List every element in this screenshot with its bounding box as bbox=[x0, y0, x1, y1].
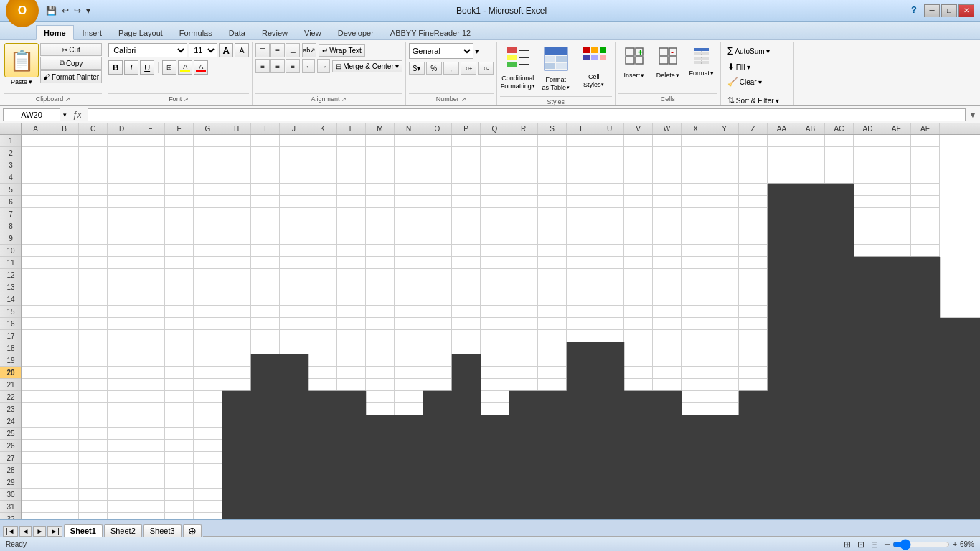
cell-r24-c8[interactable] bbox=[222, 415, 251, 428]
cell-r22-c16[interactable] bbox=[452, 391, 481, 403]
cell-r25-c9[interactable] bbox=[251, 428, 280, 440]
cell-r2-c12[interactable] bbox=[337, 147, 366, 159]
cell-r32-c9[interactable] bbox=[251, 513, 280, 519]
cell-r24-c32[interactable] bbox=[911, 415, 940, 428]
cell-r21-c29[interactable] bbox=[825, 379, 854, 391]
cell-r22-c3[interactable] bbox=[79, 391, 108, 403]
cell-r11-c15[interactable] bbox=[423, 257, 452, 269]
cell-r9-c24[interactable] bbox=[682, 232, 710, 245]
cell-r27-c17[interactable] bbox=[481, 452, 509, 464]
cell-r25-c24[interactable] bbox=[682, 428, 710, 440]
cell-r1-c16[interactable] bbox=[452, 135, 481, 147]
cell-r32-c11[interactable] bbox=[308, 513, 337, 519]
cell-r28-c21[interactable] bbox=[595, 464, 624, 476]
cell-r31-c5[interactable] bbox=[136, 501, 165, 513]
cell-r28-c20[interactable] bbox=[567, 464, 595, 476]
cell-r31-c24[interactable] bbox=[682, 501, 710, 513]
cell-r22-c1[interactable] bbox=[22, 391, 50, 403]
cell-r11-c17[interactable] bbox=[481, 257, 509, 269]
cell-r3-c3[interactable] bbox=[79, 159, 108, 171]
cell-r16-c6[interactable] bbox=[165, 318, 194, 330]
cell-r13-c4[interactable] bbox=[108, 281, 136, 293]
cell-r5-c12[interactable] bbox=[337, 184, 366, 196]
cell-r31-c7[interactable] bbox=[194, 501, 222, 513]
cell-r20-c8[interactable] bbox=[222, 367, 251, 379]
cell-r26-c15[interactable] bbox=[423, 440, 452, 452]
cell-r13-c24[interactable] bbox=[682, 281, 710, 293]
cell-r10-c32[interactable] bbox=[911, 245, 940, 257]
cell-r19-c23[interactable] bbox=[653, 354, 682, 367]
cell-r30-c28[interactable] bbox=[796, 489, 825, 501]
cell-r1-c14[interactable] bbox=[395, 135, 423, 147]
cell-r26-c14[interactable] bbox=[395, 440, 423, 452]
cell-r21-c1[interactable] bbox=[22, 379, 50, 391]
cell-r7-c21[interactable] bbox=[595, 208, 624, 220]
cell-r32-c21[interactable] bbox=[595, 513, 624, 519]
col-header-M[interactable]: M bbox=[366, 123, 395, 134]
cell-r27-c10[interactable] bbox=[280, 452, 308, 464]
cell-r27-c22[interactable] bbox=[624, 452, 653, 464]
cell-r31-c20[interactable] bbox=[567, 501, 595, 513]
cell-r21-c11[interactable] bbox=[308, 379, 337, 391]
cell-r12-c30[interactable] bbox=[854, 269, 882, 281]
cell-r22-c21[interactable] bbox=[595, 391, 624, 403]
cell-r24-c2[interactable] bbox=[50, 415, 79, 428]
col-header-F[interactable]: F bbox=[165, 123, 194, 134]
cell-r5-c18[interactable] bbox=[509, 184, 538, 196]
cell-r16-c15[interactable] bbox=[423, 318, 452, 330]
cell-r1-c5[interactable] bbox=[136, 135, 165, 147]
cell-r17-c16[interactable] bbox=[452, 330, 481, 342]
cell-r5-c2[interactable] bbox=[50, 184, 79, 196]
cell-r6-c15[interactable] bbox=[423, 196, 452, 208]
cell-r14-c20[interactable] bbox=[567, 293, 595, 306]
cell-r32-c26[interactable] bbox=[739, 513, 768, 519]
cell-r10-c9[interactable] bbox=[251, 245, 280, 257]
cell-r23-c19[interactable] bbox=[538, 403, 567, 415]
cell-r11-c13[interactable] bbox=[366, 257, 395, 269]
cell-r14-c18[interactable] bbox=[509, 293, 538, 306]
cell-r11-c6[interactable] bbox=[165, 257, 194, 269]
align-center-btn[interactable]: ≡ bbox=[270, 59, 285, 73]
cell-r31-c25[interactable] bbox=[710, 501, 739, 513]
col-header-AD[interactable]: AD bbox=[854, 123, 882, 134]
row-header-17[interactable]: 17 bbox=[0, 330, 22, 342]
cell-r20-c15[interactable] bbox=[423, 367, 452, 379]
cell-r25-c29[interactable] bbox=[825, 428, 854, 440]
cell-r32-c29[interactable] bbox=[825, 513, 854, 519]
cell-r11-c19[interactable] bbox=[538, 257, 567, 269]
cell-r30-c8[interactable] bbox=[222, 489, 251, 501]
font-grow-btn[interactable]: A bbox=[219, 43, 233, 57]
row-header-5[interactable]: 5 bbox=[0, 184, 22, 196]
cell-r18-c20[interactable] bbox=[567, 342, 595, 354]
cell-r15-c1[interactable] bbox=[22, 306, 50, 318]
cell-r20-c30[interactable] bbox=[854, 367, 882, 379]
cell-r15-c18[interactable] bbox=[509, 306, 538, 318]
cell-r30-c21[interactable] bbox=[595, 489, 624, 501]
cell-r6-c21[interactable] bbox=[595, 196, 624, 208]
cell-r29-c9[interactable] bbox=[251, 476, 280, 489]
cell-r8-c11[interactable] bbox=[308, 220, 337, 232]
cell-r24-c3[interactable] bbox=[79, 415, 108, 428]
cell-r4-c5[interactable] bbox=[136, 171, 165, 184]
cell-r10-c31[interactable] bbox=[882, 245, 911, 257]
cell-r21-c20[interactable] bbox=[567, 379, 595, 391]
cell-r8-c10[interactable] bbox=[280, 220, 308, 232]
cell-r22-c29[interactable] bbox=[825, 391, 854, 403]
cell-r27-c23[interactable] bbox=[653, 452, 682, 464]
cell-r12-c12[interactable] bbox=[337, 269, 366, 281]
cell-r32-c1[interactable] bbox=[22, 513, 50, 519]
cell-r31-c3[interactable] bbox=[79, 501, 108, 513]
cell-r23-c4[interactable] bbox=[108, 403, 136, 415]
cell-r16-c22[interactable] bbox=[624, 318, 653, 330]
cell-r18-c28[interactable] bbox=[796, 342, 825, 354]
cell-r25-c16[interactable] bbox=[452, 428, 481, 440]
cell-r30-c17[interactable] bbox=[481, 489, 509, 501]
row-header-20[interactable]: 20 bbox=[0, 367, 22, 379]
cell-r7-c6[interactable] bbox=[165, 208, 194, 220]
cell-r30-c32[interactable] bbox=[911, 489, 940, 501]
cell-r31-c30[interactable] bbox=[854, 501, 882, 513]
normal-view-btn[interactable]: ⊞ bbox=[842, 539, 853, 550]
cell-r17-c22[interactable] bbox=[624, 330, 653, 342]
format-painter-button[interactable]: 🖌 Format Painter bbox=[40, 70, 102, 83]
font-size-select[interactable]: 11 bbox=[189, 43, 217, 57]
